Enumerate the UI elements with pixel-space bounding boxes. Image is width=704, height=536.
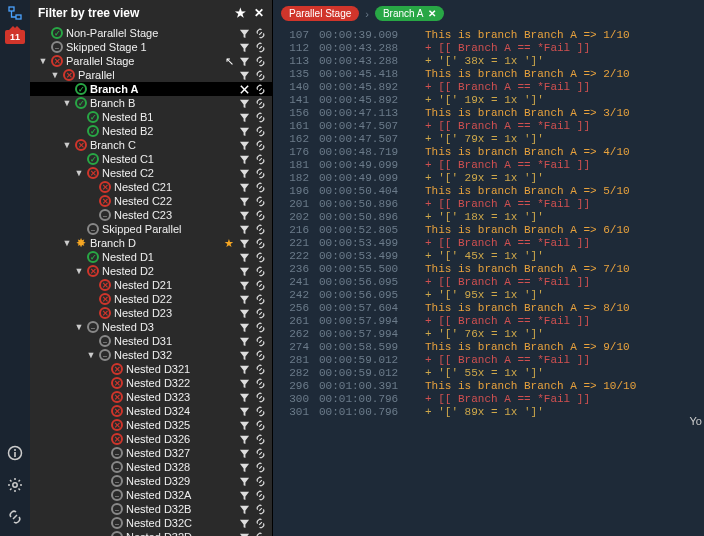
tree-item-label[interactable]: Nested D22 [114, 293, 234, 305]
tree-row[interactable]: ▶Nested D327 [30, 446, 272, 460]
filter-icon[interactable] [238, 461, 250, 473]
link-icon[interactable] [254, 531, 266, 536]
filter-icon[interactable] [238, 517, 250, 529]
link-icon[interactable] [254, 503, 266, 515]
filter-icon[interactable] [238, 489, 250, 501]
filter-icon[interactable] [238, 27, 250, 39]
tree-row[interactable]: ▶Nested D326 [30, 432, 272, 446]
chevron-icon[interactable]: ▼ [74, 322, 84, 332]
filter-icon[interactable] [238, 125, 250, 137]
chevron-icon[interactable]: ▼ [50, 70, 60, 80]
chevron-icon[interactable]: ▼ [74, 266, 84, 276]
link-icon[interactable] [254, 111, 266, 123]
tree-row[interactable]: ▶Nested B1 [30, 110, 272, 124]
filter-icon[interactable] [238, 433, 250, 445]
filter-icon[interactable] [238, 307, 250, 319]
link-icon[interactable] [254, 279, 266, 291]
link-icon[interactable] [254, 447, 266, 459]
filter-icon[interactable] [238, 111, 250, 123]
tree-row[interactable]: ▶Nested D21 [30, 278, 272, 292]
filter-icon[interactable] [238, 97, 250, 109]
tree-row[interactable]: ▶Nested B2 [30, 124, 272, 138]
link-icon[interactable] [254, 321, 266, 333]
close-panel-icon[interactable]: ✕ [254, 6, 264, 20]
tree-row[interactable]: ▶Nested D22 [30, 292, 272, 306]
breadcrumb-chip[interactable]: Parallel Stage [281, 6, 359, 21]
filter-icon[interactable] [238, 69, 250, 81]
tree-item-label[interactable]: Nested C1 [102, 153, 234, 165]
tree-row[interactable]: ▶Nested D321 [30, 362, 272, 376]
tree-item-label[interactable]: Skipped Parallel [102, 223, 234, 235]
link-icon[interactable] [254, 153, 266, 165]
tree-item-label[interactable]: Nested D32 [114, 349, 234, 361]
tree-row[interactable]: ▼Parallel Stage↖ [30, 54, 272, 68]
filter-icon[interactable] [238, 251, 250, 263]
link-icon[interactable] [254, 237, 266, 249]
filter-icon[interactable] [238, 279, 250, 291]
filter-icon[interactable] [238, 391, 250, 403]
link-icon[interactable] [254, 349, 266, 361]
tree-item-label[interactable]: Nested D327 [126, 447, 234, 459]
chip-close-icon[interactable]: ✕ [428, 8, 436, 19]
tree-row[interactable]: ▼Parallel [30, 68, 272, 82]
link-icon[interactable] [254, 69, 266, 81]
filter-icon[interactable] [238, 405, 250, 417]
link-icon[interactable] [254, 97, 266, 109]
tree-item-label[interactable]: Nested C2 [102, 167, 234, 179]
tree-item-label[interactable]: Nested D3 [102, 321, 234, 333]
tree-icon[interactable] [6, 4, 24, 22]
link-icon[interactable] [254, 83, 266, 95]
tree-item-label[interactable]: Nested D325 [126, 419, 234, 431]
link-icon[interactable] [254, 461, 266, 473]
tree-row[interactable]: ▼Branch B [30, 96, 272, 110]
tree-item-label[interactable]: Nested D23 [114, 307, 234, 319]
filter-icon[interactable] [238, 335, 250, 347]
link-icon[interactable] [254, 251, 266, 263]
link-icon[interactable] [254, 27, 266, 39]
chevron-icon[interactable]: ▼ [86, 350, 96, 360]
tree-row[interactable]: ▶Nested D329 [30, 474, 272, 488]
tree-row[interactable]: ▼Nested D3 [30, 320, 272, 334]
tree-row[interactable]: ▶Nested D32B [30, 502, 272, 516]
tree-item-label[interactable]: Skipped Stage 1 [66, 41, 234, 53]
link-icon[interactable] [254, 307, 266, 319]
tree-row[interactable]: ▶Nested C23 [30, 208, 272, 222]
tree-row[interactable]: ▶Nested D32D [30, 530, 272, 536]
tree-row[interactable]: ▼Nested D32 [30, 348, 272, 362]
tree-item-label[interactable]: Nested D32D [126, 531, 234, 536]
filter-icon[interactable] [238, 321, 250, 333]
link-icon[interactable] [254, 181, 266, 193]
filter-icon[interactable] [238, 475, 250, 487]
tree-item-label[interactable]: Nested D322 [126, 377, 234, 389]
filter-icon[interactable] [238, 237, 250, 249]
link-icon[interactable] [254, 475, 266, 487]
tree-item-label[interactable]: Nested D323 [126, 391, 234, 403]
tree-row[interactable]: ▶Nested C22 [30, 194, 272, 208]
tree-row[interactable]: ▶Branch A [30, 82, 272, 96]
filter-icon[interactable] [238, 349, 250, 361]
filter-icon[interactable] [238, 531, 250, 536]
filter-icon[interactable] [238, 153, 250, 165]
link-icon[interactable] [254, 517, 266, 529]
tree-item-label[interactable]: Nested D31 [114, 335, 234, 347]
filter-icon[interactable] [238, 195, 250, 207]
tree-row[interactable]: ▶Nested C21 [30, 180, 272, 194]
tree-row[interactable]: ▶Non-Parallel Stage [30, 26, 272, 40]
tree-row[interactable]: ▶Skipped Stage 1 [30, 40, 272, 54]
tree-row[interactable]: ▼Branch C [30, 138, 272, 152]
link-icon[interactable] [254, 139, 266, 151]
filter-icon[interactable] [238, 503, 250, 515]
tree-row[interactable]: ▶Nested C1 [30, 152, 272, 166]
filter-icon[interactable] [238, 377, 250, 389]
link-icon[interactable] [254, 167, 266, 179]
filter-icon[interactable] [238, 419, 250, 431]
filter-icon[interactable] [238, 167, 250, 179]
tree-row[interactable]: ▶Nested D325 [30, 418, 272, 432]
info-icon[interactable] [6, 444, 24, 462]
tree-item-label[interactable]: Branch A [90, 83, 234, 95]
tree-item-label[interactable]: Nested D324 [126, 405, 234, 417]
tree-row[interactable]: ▶Nested D1 [30, 250, 272, 264]
link-icon[interactable] [254, 433, 266, 445]
tree-row[interactable]: ▼✸Branch D★ [30, 236, 272, 250]
tree-row[interactable]: ▶Nested D32C [30, 516, 272, 530]
